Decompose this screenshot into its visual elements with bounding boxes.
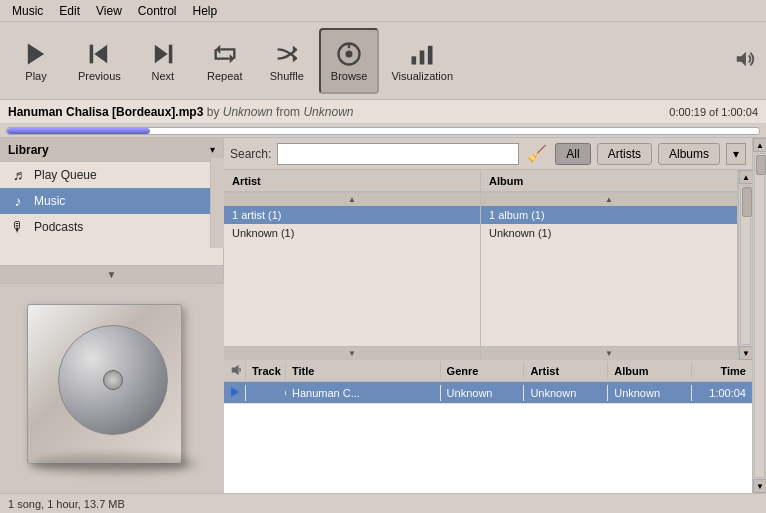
svg-rect-13 — [412, 56, 417, 64]
library-dropdown-arrow[interactable]: ▾ — [210, 144, 215, 155]
previous-label: Previous — [78, 70, 121, 82]
browse-button[interactable]: Browse — [319, 28, 380, 94]
svg-marker-17 — [232, 364, 239, 374]
sidebar-item-play-queue[interactable]: ♬ Play Queue — [0, 162, 223, 188]
cd-case — [27, 304, 197, 474]
filter-dropdown[interactable]: ▾ — [726, 143, 746, 165]
menu-control[interactable]: Control — [130, 2, 185, 20]
sidebar-item-label: Podcasts — [34, 220, 83, 234]
artist-item[interactable]: Unknown (1) — [224, 224, 480, 242]
progress-bar-track[interactable] — [6, 127, 760, 135]
track-list-body[interactable]: Hanuman C... Unknown Unknown Unknown 1:0… — [224, 382, 752, 493]
play-icon — [22, 40, 50, 68]
next-icon — [149, 40, 177, 68]
speaker-icon — [230, 364, 242, 376]
col-header-track[interactable]: Track — [246, 362, 286, 380]
time-total: 1:00:04 — [721, 106, 758, 118]
play-button[interactable]: Play — [6, 28, 66, 94]
track-number — [246, 391, 286, 395]
cd-disc — [58, 325, 168, 435]
filter-artists-button[interactable]: Artists — [597, 143, 652, 165]
menu-edit[interactable]: Edit — [51, 2, 88, 20]
sidebar-item-podcasts[interactable]: 🎙 Podcasts — [0, 214, 223, 240]
menu-help[interactable]: Help — [185, 2, 226, 20]
col-header-album[interactable]: Album — [608, 362, 692, 380]
scroll-down-btn[interactable]: ▼ — [739, 346, 752, 360]
artist-item[interactable]: 1 artist (1) — [224, 206, 480, 224]
svg-marker-3 — [95, 44, 108, 63]
artist-pane-header: Artist — [224, 170, 480, 192]
album-pane-scroll[interactable]: 1 album (1) Unknown (1) — [481, 206, 737, 346]
filter-all-button[interactable]: All — [555, 143, 590, 165]
visualization-button[interactable]: Visualization — [381, 28, 463, 94]
time-separator: of — [709, 106, 721, 118]
col-header-genre[interactable]: Genre — [441, 362, 525, 380]
library-label: Library — [8, 143, 49, 157]
previous-button[interactable]: Previous — [68, 28, 131, 94]
svg-marker-16 — [737, 52, 746, 67]
filter-albums-button[interactable]: Albums — [658, 143, 720, 165]
scroll-thumb — [742, 187, 752, 217]
artist-pane-scroll-up[interactable]: ▲ — [224, 192, 480, 206]
menu-music[interactable]: Music — [4, 2, 51, 20]
visualization-label: Visualization — [391, 70, 453, 82]
track-genre: Unknown — [441, 385, 525, 401]
clear-search-button[interactable]: 🧹 — [525, 144, 549, 163]
browse-icon — [335, 40, 363, 68]
library-scroll-down[interactable]: ▼ — [0, 265, 223, 283]
sidebar-item-label: Play Queue — [34, 168, 97, 182]
next-button[interactable]: Next — [133, 28, 193, 94]
cd-jewel — [27, 304, 182, 464]
album-art — [0, 283, 224, 493]
track-album: Unknown — [303, 105, 353, 119]
album-item[interactable]: 1 album (1) — [481, 206, 737, 224]
volume-icon[interactable] — [730, 44, 760, 77]
play-label: Play — [25, 70, 46, 82]
track-scroll-down[interactable]: ▼ — [753, 479, 766, 493]
album-pane-scroll-down[interactable]: ▼ — [481, 346, 737, 360]
artist-pane-scroll[interactable]: 1 artist (1) Unknown (1) — [224, 206, 480, 346]
repeat-button[interactable]: Repeat — [195, 28, 255, 94]
svg-marker-0 — [28, 43, 44, 64]
col-header-title[interactable]: Title — [286, 362, 441, 380]
menu-view[interactable]: View — [88, 2, 130, 20]
search-label: Search: — [230, 147, 271, 161]
shuffle-icon — [273, 40, 301, 68]
scroll-up-btn[interactable]: ▲ — [739, 170, 752, 184]
repeat-label: Repeat — [207, 70, 242, 82]
play-queue-icon: ♬ — [10, 167, 26, 183]
left-panel: Library ▾ ♬ Play Queue ♪ Music 🎙 Podcast… — [0, 138, 224, 493]
search-bar: Search: 🧹 All Artists Albums ▾ — [224, 138, 752, 170]
svg-rect-2 — [90, 44, 94, 63]
track-artist: Unknown — [223, 105, 273, 119]
track-list-header: Track Title Genre Artist Album Time — [224, 360, 752, 382]
track-scroll-up[interactable]: ▲ — [753, 138, 766, 152]
col-header-artist[interactable]: Artist — [524, 362, 608, 380]
repeat-icon — [211, 40, 239, 68]
track-title: Hanuman Chalisa [Bordeaux].mp3 — [8, 105, 203, 119]
table-row[interactable]: Hanuman C... Unknown Unknown Unknown 1:0… — [224, 382, 752, 404]
svg-marker-5 — [155, 44, 168, 63]
track-from: from — [276, 105, 303, 119]
album-pane-scroll-up[interactable]: ▲ — [481, 192, 737, 206]
svg-rect-14 — [420, 50, 425, 64]
toolbar: Play Previous Next Repeat Shu — [0, 22, 766, 100]
shuffle-button[interactable]: Shuffle — [257, 28, 317, 94]
browse-label: Browse — [331, 70, 368, 82]
now-playing-bar: Hanuman Chalisa [Bordeaux].mp3 by Unknow… — [0, 100, 766, 124]
progress-bar-container[interactable] — [0, 124, 766, 138]
play-triangle-icon — [231, 387, 239, 397]
col-header-playing[interactable] — [224, 361, 246, 381]
track-list-scrollbar: ▲ ▼ — [752, 138, 766, 493]
right-panel: Search: 🧹 All Artists Albums ▾ Artist ▲ … — [224, 138, 752, 493]
artist-pane-scroll-down[interactable]: ▼ — [224, 346, 480, 360]
main-area: Library ▾ ♬ Play Queue ♪ Music 🎙 Podcast… — [0, 138, 766, 493]
music-icon: ♪ — [10, 193, 26, 209]
previous-icon — [85, 40, 113, 68]
cd-shadow — [32, 454, 197, 474]
album-item[interactable]: Unknown (1) — [481, 224, 737, 242]
album-pane: Album ▲ 1 album (1) Unknown (1) ▼ — [481, 170, 738, 360]
col-header-time[interactable]: Time — [692, 362, 752, 380]
sidebar-item-music[interactable]: ♪ Music — [0, 188, 223, 214]
search-input[interactable] — [277, 143, 519, 165]
